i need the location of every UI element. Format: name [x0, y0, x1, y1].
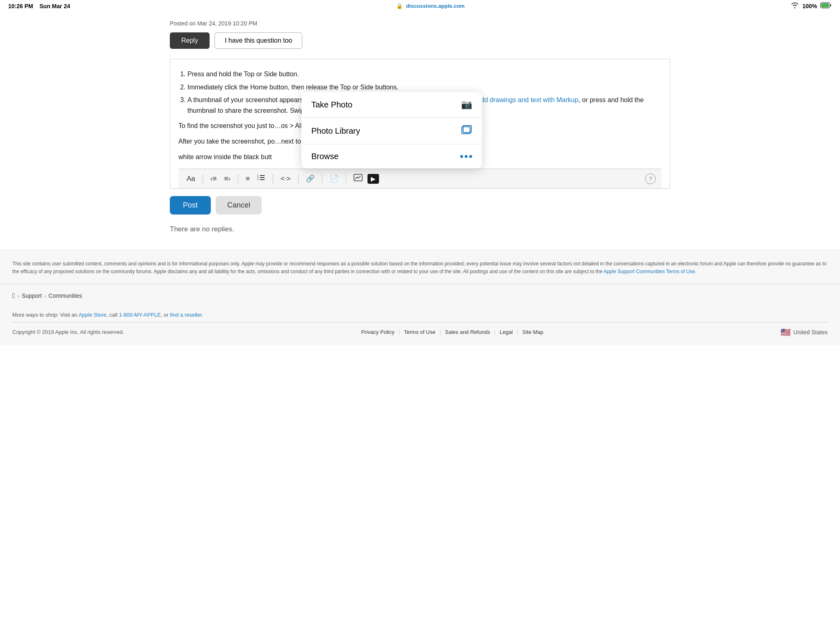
wifi-icon: [791, 2, 799, 9]
status-time: 10:26 PM: [8, 3, 33, 9]
lock-icon: 🔒: [396, 3, 403, 9]
dots-icon: [460, 155, 472, 158]
toolbar-divider-1: [203, 174, 203, 183]
photos-icon: [461, 125, 472, 137]
country-label: United States: [793, 329, 828, 336]
have-question-button[interactable]: I have this question too: [215, 32, 303, 49]
chevron-icon-2: ›: [44, 293, 46, 299]
battery-percent: 100%: [802, 3, 817, 9]
privacy-policy-link[interactable]: Privacy Policy: [361, 329, 395, 335]
photo-library-label: Photo Library: [311, 126, 360, 136]
unordered-list-button[interactable]: ≡: [243, 173, 252, 185]
sales-refunds-link[interactable]: Sales and Refunds: [445, 329, 490, 335]
footer-disclaimer: This site contains user submitted conten…: [0, 250, 840, 284]
toolbar-divider-3: [273, 174, 273, 183]
link-button[interactable]: 🔗: [304, 173, 317, 185]
document-button[interactable]: 📄: [327, 173, 341, 185]
terms-of-use-link[interactable]: Terms of Use: [404, 329, 436, 335]
status-bar: 10:26 PM Sun Mar 24 🔒 discussions.apple.…: [0, 0, 840, 12]
toolbar-divider-4: [298, 174, 299, 183]
status-right: 100%: [791, 2, 832, 9]
footer-shop: More ways to shop: Visit an Apple Store,…: [12, 312, 828, 318]
help-button[interactable]: ?: [645, 173, 656, 184]
status-date: Sun Mar 24: [39, 3, 70, 9]
chevron-icon-1: ›: [18, 293, 19, 299]
phone-link[interactable]: 1-800-MY-APPLE: [119, 312, 161, 318]
font-size-button[interactable]: Aa: [184, 173, 198, 185]
popup-browse[interactable]: Browse: [301, 144, 482, 169]
outdent-button[interactable]: ‹≡: [208, 173, 219, 185]
support-link[interactable]: Support: [22, 292, 42, 299]
no-replies-text: There are no replies.: [170, 219, 670, 250]
footer-country: 🇺🇸 United States: [781, 327, 828, 337]
footer-links-row: Copyright © 2019 Apple Inc. All rights r…: [12, 322, 828, 337]
post-cancel-row: Post Cancel: [170, 189, 670, 219]
toolbar-divider-2: [238, 174, 238, 183]
status-time-date: 10:26 PM Sun Mar 24: [8, 3, 70, 9]
svg-rect-1: [821, 3, 829, 7]
content-editor-box: Press and hold the Top or Side button. I…: [170, 59, 670, 189]
editor-toolbar: Aa ‹≡ ≡› ≡ 1. 2. 3. <·> 🔗 📄: [178, 169, 662, 188]
cancel-button[interactable]: Cancel: [216, 196, 262, 215]
flag-icon: 🇺🇸: [781, 327, 791, 337]
ordered-list-button[interactable]: 1. 2. 3.: [255, 172, 268, 185]
apple-logo: : [12, 292, 15, 300]
legal-link[interactable]: Legal: [500, 329, 513, 335]
apple-store-link[interactable]: Apple Store: [79, 312, 107, 318]
markup-link[interactable]: add drawings and text with Markup: [477, 96, 578, 103]
footer-nav:  › Support › Communities: [0, 284, 840, 308]
popup-photo-library[interactable]: Photo Library: [301, 118, 482, 144]
communities-link[interactable]: Communities: [48, 292, 82, 299]
site-map-link[interactable]: Site Map: [522, 329, 543, 335]
page-container: Posted on Mar 24, 2019 10:20 PM Reply I …: [158, 12, 682, 250]
action-buttons-row: Reply I have this question too: [170, 32, 670, 49]
battery-icon: [820, 2, 832, 9]
take-photo-label: Take Photo: [311, 100, 352, 110]
post-button[interactable]: Post: [170, 196, 211, 215]
footer-links: Privacy Policy | Terms of Use | Sales an…: [361, 329, 543, 335]
svg-text:3.: 3.: [257, 178, 259, 180]
popup-overlay: Take Photo 📷 Photo Library Browse: [301, 92, 482, 169]
step-1: Press and hold the Top or Side button.: [187, 69, 662, 80]
step-2: Immediately click the Home button, then …: [187, 82, 662, 93]
url-text: discussions.apple.com: [406, 3, 465, 9]
toolbar-divider-6: [346, 174, 346, 183]
footer-bottom: More ways to shop: Visit an Apple Store,…: [0, 308, 840, 345]
reply-button[interactable]: Reply: [170, 32, 210, 49]
disclaimer-text: This site contains user submitted conten…: [12, 260, 828, 276]
popup-take-photo[interactable]: Take Photo 📷: [301, 92, 482, 118]
toolbar-divider-5: [322, 174, 322, 183]
url-bar: 🔒 discussions.apple.com: [396, 3, 465, 9]
indent-button[interactable]: ≡›: [221, 173, 233, 185]
reseller-link[interactable]: find a reseller: [170, 312, 201, 318]
browse-label: Browse: [311, 152, 339, 161]
chart-button[interactable]: [351, 172, 365, 185]
code-button[interactable]: <·>: [278, 173, 293, 185]
play-button[interactable]: ▶: [368, 174, 379, 184]
camera-icon: 📷: [461, 99, 472, 110]
popup-menu: Take Photo 📷 Photo Library Browse: [301, 92, 482, 169]
footer-copyright: Copyright © 2019 Apple Inc. All rights r…: [12, 329, 124, 335]
terms-link[interactable]: Apple Support Communities Terms of Use: [603, 269, 695, 274]
posted-date: Posted on Mar 24, 2019 10:20 PM: [170, 12, 670, 32]
